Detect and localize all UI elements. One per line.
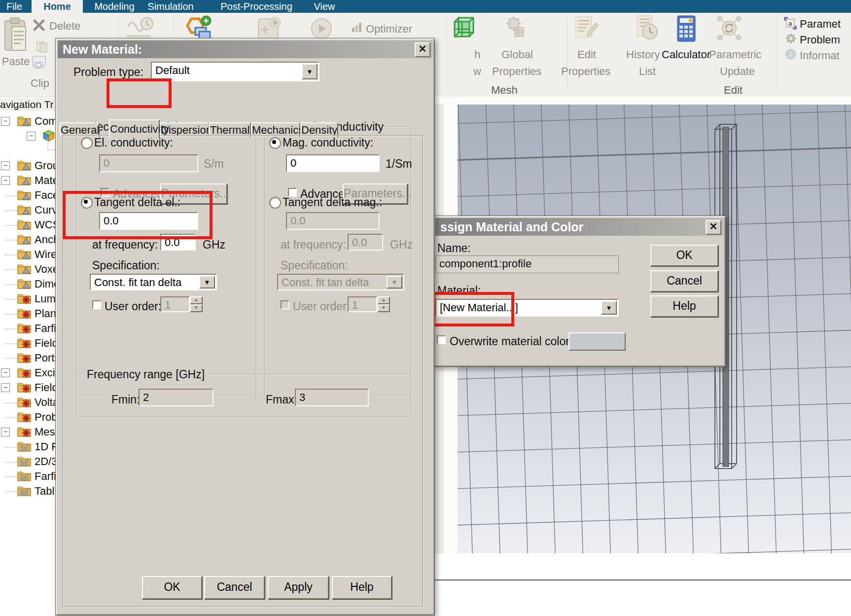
- parameters-icon[interactable]: a: [784, 17, 797, 32]
- tree-item-mesh[interactable]: −Mesh: [0, 425, 55, 439]
- screenshot-icon[interactable]: [32, 54, 48, 71]
- tree-item-wire[interactable]: Wire: [0, 247, 55, 262]
- tree-item-volta[interactable]: Volta: [0, 395, 55, 410]
- edit-properties-icon[interactable]: [574, 15, 600, 45]
- folder-cone-icon: [17, 233, 32, 248]
- tree-item-farfi[interactable]: Farfi: [0, 321, 55, 336]
- menu-simulation[interactable]: Simulation: [144, 0, 197, 13]
- problem-label[interactable]: Problem: [800, 34, 851, 46]
- tree-expander-icon[interactable]: −: [1, 368, 10, 377]
- viewport-lower-area: [430, 553, 851, 616]
- calculator-label[interactable]: Calculator: [662, 48, 710, 61]
- annotation-box-material: [432, 292, 514, 326]
- information-icon[interactable]: i: [785, 48, 797, 62]
- tree-item-voxe[interactable]: Voxe: [0, 262, 55, 277]
- tree-item-lump[interactable]: Lump: [0, 291, 55, 306]
- assign-material-dropdown-arrow-icon[interactable]: ▼: [601, 301, 617, 315]
- problem-type-label: Problem type:: [73, 66, 143, 79]
- tree-item-dime[interactable]: Dime: [0, 277, 55, 291]
- folder-cone-icon: [17, 218, 32, 233]
- tree-item-label: Com: [35, 115, 55, 128]
- tree-connector: [5, 402, 17, 403]
- assign-cancel-button[interactable]: Cancel: [650, 270, 718, 292]
- global-properties-label1[interactable]: Global: [501, 48, 533, 61]
- assign-close-icon[interactable]: ✕: [706, 220, 721, 235]
- assign-help-button[interactable]: Help: [650, 295, 718, 317]
- tree-expander-icon[interactable]: −: [1, 176, 10, 185]
- delete-icon[interactable]: [33, 19, 45, 34]
- new-material-dialog: New Material: ✕ Problem type: Default ▼ …: [55, 38, 435, 616]
- optimizer-label[interactable]: Optimizer: [366, 23, 412, 36]
- tree-item-farfi[interactable]: Farfi: [0, 469, 55, 484]
- paste-icon[interactable]: [4, 17, 29, 56]
- tree-item-label: Mesh: [35, 426, 55, 438]
- problem-type-dropdown[interactable]: Default ▼: [151, 62, 319, 81]
- tree-item-label: Mate: [35, 174, 55, 187]
- problem-type-dropdown-arrow-icon[interactable]: ▼: [302, 64, 318, 79]
- tree-item-face[interactable]: Face: [0, 188, 55, 203]
- tree-item-label: Voxe: [35, 263, 55, 276]
- tree-item-label: Field: [35, 337, 55, 350]
- paste-label[interactable]: Paste: [0, 55, 32, 68]
- tree-item-field[interactable]: −Field: [0, 380, 55, 395]
- tree-item-curv[interactable]: Curv: [0, 203, 55, 217]
- mesh-view-icon[interactable]: [452, 15, 476, 45]
- tree-item-2d3[interactable]: 2D/3: [0, 454, 55, 469]
- edit-properties-label2[interactable]: Properties: [561, 65, 610, 78]
- menu-file[interactable]: File: [0, 0, 29, 13]
- tree-item-label: Volta: [35, 396, 55, 409]
- optimizer-icon[interactable]: [351, 22, 363, 35]
- menu-post-processing[interactable]: Post-Processing: [211, 0, 302, 13]
- history-list-label2[interactable]: List: [639, 65, 656, 78]
- tree-item-field[interactable]: Field: [0, 336, 55, 351]
- information-label[interactable]: Informat: [800, 49, 851, 62]
- menu-home[interactable]: Home: [32, 0, 83, 13]
- folder-cone-icon: [17, 174, 32, 188]
- history-list-label1[interactable]: History: [626, 48, 660, 61]
- global-properties-label2[interactable]: Properties: [492, 65, 541, 78]
- calculator-icon[interactable]: [674, 15, 698, 45]
- tree-expander-icon[interactable]: −: [1, 383, 10, 392]
- delete-label[interactable]: Delete: [49, 20, 81, 33]
- navigation-tree-header: avigation Tr: [0, 98, 55, 111]
- assign-ok-button[interactable]: OK: [650, 245, 718, 266]
- tree-connector: [5, 328, 17, 329]
- docked-panel-divider[interactable]: [430, 580, 851, 580]
- tree-item-com[interactable]: −Com: [0, 114, 55, 129]
- tree-item-tabl[interactable]: Tabl: [0, 484, 55, 499]
- nm-close-icon[interactable]: ✕: [415, 42, 430, 57]
- tree-item-excit[interactable]: −Excit: [0, 365, 55, 380]
- tree-item-wcs[interactable]: WCS: [0, 217, 55, 232]
- nm-dialog-titlebar[interactable]: New Material:: [58, 40, 432, 58]
- tree-item-1dr[interactable]: 1D R: [0, 439, 55, 454]
- copy-icon[interactable]: [35, 40, 48, 55]
- tree-connector: [5, 462, 17, 463]
- parametric-update-icon[interactable]: [716, 15, 743, 45]
- menu-view[interactable]: View: [309, 0, 340, 13]
- annotation-box-conductivity-tab: [106, 78, 172, 108]
- tree-item-mate[interactable]: −Mate: [0, 173, 55, 188]
- global-properties-icon[interactable]: [502, 15, 530, 45]
- tree-item-grou[interactable]: −Grou: [0, 158, 55, 173]
- tree-expander-icon[interactable]: −: [1, 428, 10, 436]
- assign-color-swatch[interactable]: [568, 332, 626, 351]
- tree-expander-icon[interactable]: −: [1, 161, 10, 170]
- parameters-label[interactable]: Paramet: [800, 18, 851, 31]
- parametric-update-label2[interactable]: Update: [720, 65, 755, 78]
- tree-expander-icon[interactable]: −: [1, 117, 10, 126]
- parametric-update-label1[interactable]: Parametric: [709, 48, 761, 61]
- tree-expander-icon[interactable]: −: [27, 132, 35, 141]
- history-list-icon[interactable]: [634, 15, 660, 45]
- edit-properties-label1[interactable]: Edit: [574, 48, 600, 61]
- tree-item-anch[interactable]: Anch: [0, 232, 55, 247]
- tree-item-plan[interactable]: Plan: [0, 306, 55, 321]
- problem-gear-icon[interactable]: [785, 33, 797, 46]
- tree-item-label: Grou: [35, 159, 55, 172]
- menu-modeling[interactable]: Modeling: [89, 0, 140, 13]
- tree-item-prob[interactable]: Prob: [0, 410, 55, 425]
- assign-overwrite-checkbox[interactable]: [437, 335, 446, 344]
- assign-dialog-titlebar[interactable]: ssign Material and Color: [435, 218, 723, 236]
- assign-name-field[interactable]: component1:profile: [435, 255, 619, 273]
- tab-conductivity[interactable]: Conductivity: [109, 119, 160, 138]
- tree-item-ports[interactable]: Ports: [0, 351, 55, 365]
